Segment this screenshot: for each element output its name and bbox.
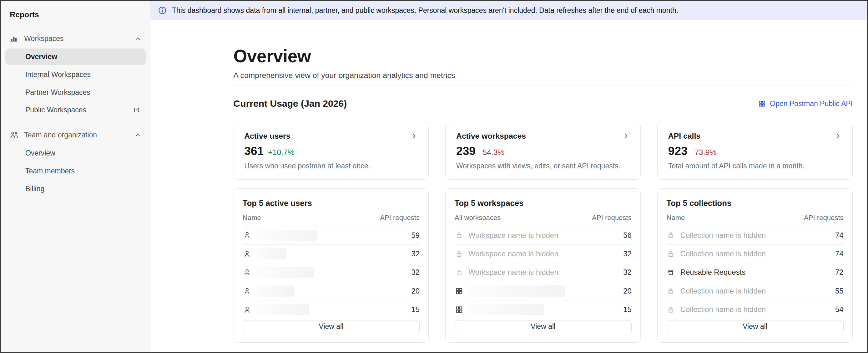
redacted-name [256,267,314,278]
top-5-collections-card: Top 5 collections Name API requests Coll… [657,188,853,342]
stat-title: API calls [668,130,701,142]
table-row[interactable]: Workspace name is hidden 32 [455,245,631,263]
lock-icon [455,231,463,239]
sidebar-item-workspaces-overview[interactable]: Overview [5,49,146,65]
table-row[interactable]: Reusable Requests 72 [666,263,844,282]
table-title: Top 5 collections [666,198,844,209]
table-row[interactable]: Workspace name is hidden 56 [455,226,631,244]
redacted-name [256,230,317,241]
sidebar: Reports Workspaces Overview Internal Wor… [1,1,150,352]
table-row[interactable]: Workspace name is hidden 32 [455,263,631,282]
name-column-header: All workspaces [455,214,501,222]
sidebar-section-workspaces[interactable]: Workspaces [5,30,146,48]
table-title: Top 5 active users [243,198,420,209]
table-row[interactable]: Collection name is hidden 74 [666,226,844,244]
stat-delta: +10.7% [268,148,294,157]
info-banner: This dashboard shows data from all inter… [150,1,867,20]
sidebar-section-label: Team and organization [24,131,97,139]
stat-description: Users who used postman at least once. [244,161,418,171]
lock-icon [666,250,675,258]
stat-card-active-workspaces[interactable]: Active workspaces 239 -54.3% Workspaces … [445,122,641,180]
table-row[interactable]: 32 [243,263,420,282]
content: Overview A comprehensive view of your or… [150,20,867,352]
view-all-button[interactable]: View all [243,320,420,333]
chevron-right-icon [622,133,630,140]
view-all-button[interactable]: View all [455,320,631,333]
stat-value: 361 [244,143,264,159]
reports-dashboard-window: Reports Workspaces Overview Internal Wor… [0,0,868,353]
grid-icon [455,305,463,314]
collection-icon [666,268,675,277]
view-all-button[interactable]: View all [666,320,844,333]
lock-icon [666,231,675,239]
chevron-up-icon [134,35,141,42]
top-5-workspaces-card: Top 5 workspaces All workspaces API requ… [445,188,641,342]
table-body: 59 32 32 [243,226,420,319]
table-row[interactable]: 15 [243,300,420,319]
lock-icon [455,250,463,258]
redacted-name [256,304,309,315]
divider [234,85,853,85]
table-row[interactable]: Collection name is hidden 54 [666,300,844,319]
main-area: This dashboard shows data from all inter… [150,1,867,352]
info-icon [158,6,167,15]
table-body: Workspace name is hidden 56 Workspace na… [455,226,631,319]
name-column-header: Name [243,214,261,222]
redacted-name [468,286,565,296]
sidebar-item-team-overview[interactable]: Overview [5,145,146,161]
chevron-right-icon [834,133,842,140]
table-row[interactable]: 59 [243,226,420,244]
chevron-right-icon [410,133,418,140]
lock-icon [666,305,675,314]
sidebar-item-team-members[interactable]: Team members [5,163,146,179]
people-icon [10,130,19,139]
table-header: Name API requests [243,214,420,226]
user-icon [243,250,251,258]
table-header: All workspaces API requests [455,214,631,226]
table-row[interactable]: 32 [243,245,420,263]
stat-card-active-users[interactable]: Active users 361 +10.7% Users who used p… [234,122,429,180]
value-column-header: API requests [592,214,631,222]
stat-delta: -73.9% [692,148,716,157]
table-row[interactable]: 15 [455,300,631,319]
link-label: Open Postman Public API [770,99,853,108]
redacted-name [256,248,286,259]
value-column-header: API requests [804,214,844,222]
sidebar-item-public-workspaces[interactable]: Public Workspaces [5,102,146,118]
page-title: Overview [234,46,853,67]
sidebar-section-gap [5,120,146,126]
user-icon [243,287,251,295]
stat-description: Total amount of API calls made in a mont… [668,161,842,171]
table-title: Top 5 workspaces [455,198,631,209]
sidebar-section-team-and-organization[interactable]: Team and organization [5,126,146,144]
chevron-up-icon [134,132,141,138]
table-header: Name API requests [666,214,844,226]
top-5-active-users-card: Top 5 active users Name API requests 59 [234,188,429,342]
value-column-header: API requests [380,214,420,222]
stat-title: Active workspaces [456,130,526,142]
sidebar-title: Reports [5,10,146,20]
stat-delta: -54.3% [480,148,504,157]
stat-value: 239 [456,143,475,159]
table-row[interactable]: Collection name is hidden 74 [666,245,844,263]
banner-text: This dashboard shows data from all inter… [172,6,678,15]
stat-card-api-calls[interactable]: API calls 923 -73.9% Total amount of API… [657,122,853,180]
open-postman-public-api-link[interactable]: Open Postman Public API [758,99,853,108]
table-row[interactable]: Collection name is hidden 55 [666,282,844,300]
sidebar-section-label: Workspaces [24,34,63,43]
user-icon [243,268,251,277]
page-subtitle: A comprehensive view of your organizatio… [234,70,853,81]
external-link-icon [133,107,140,114]
table-row[interactable]: 20 [455,282,631,300]
redacted-name [256,286,294,296]
sidebar-item-internal-workspaces[interactable]: Internal Workspaces [5,66,146,83]
tables-row: Top 5 active users Name API requests 59 [234,188,853,342]
table-row[interactable]: 20 [243,282,420,300]
bar-chart-icon [10,34,19,43]
sidebar-item-partner-workspaces[interactable]: Partner Workspaces [5,84,146,101]
lock-icon [666,287,675,295]
grid-icon [455,287,463,295]
usage-header: Current Usage (Jan 2026) Open Postman Pu… [234,96,853,111]
grid-icon [758,100,766,108]
sidebar-item-billing[interactable]: Billing [5,180,146,197]
